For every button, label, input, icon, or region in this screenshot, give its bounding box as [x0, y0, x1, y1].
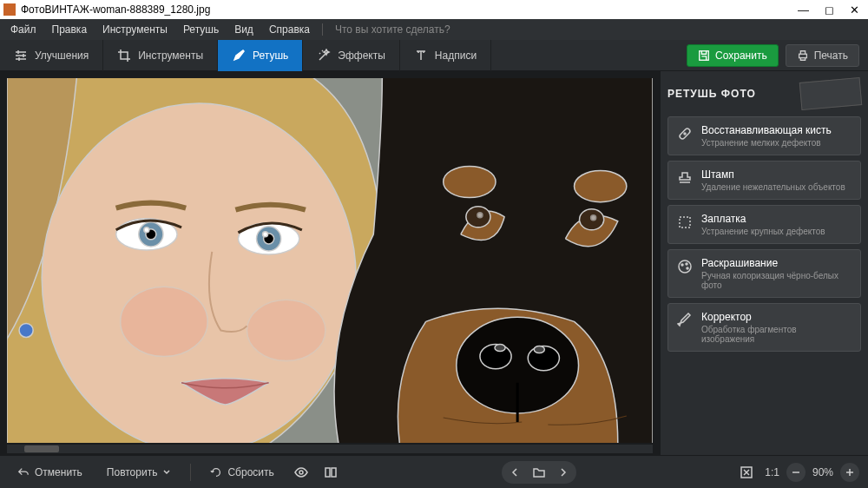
image-canvas[interactable]	[7, 78, 653, 443]
tab-text-label: Надписи	[435, 49, 477, 62]
svg-rect-0	[700, 50, 709, 60]
menu-edit[interactable]: Правка	[45, 21, 95, 38]
bandage-icon	[677, 126, 693, 142]
main-area: РЕТУШЬ ФОТО Восстанавливающая кистьУстра…	[0, 71, 868, 455]
tab-effects-label: Эффекты	[338, 49, 385, 62]
tool-desc: Устранение мелких дефектов	[701, 138, 832, 148]
eye-icon	[294, 465, 308, 479]
menu-retouch[interactable]: Ретушь	[176, 21, 226, 38]
save-button[interactable]: Сохранить	[687, 44, 779, 67]
tool-corrector[interactable]: КорректорОбработка фрагментов изображени…	[667, 303, 861, 352]
text-icon	[414, 49, 428, 63]
tool-colorize[interactable]: РаскрашиваниеРучная колоризация чёрно-бе…	[667, 249, 861, 298]
tool-patch[interactable]: ЗаплаткаУстранение крупных дефектов	[667, 205, 861, 244]
menu-search[interactable]: Что вы хотите сделать?	[328, 21, 457, 38]
svg-point-5	[247, 300, 325, 360]
tab-effects[interactable]: Эффекты	[303, 40, 400, 71]
zoom-in-button[interactable]	[840, 463, 859, 482]
compare-icon	[324, 465, 338, 479]
undo-label: Отменить	[35, 466, 82, 478]
print-button[interactable]: Печать	[786, 44, 859, 67]
menu-file[interactable]: Файл	[3, 21, 43, 38]
pen-icon	[677, 313, 693, 328]
titlebar: ФотоВИНТАЖ - woman-888389_1280.jpg — ◻ ✕	[0, 0, 868, 19]
panel-title: РЕТУШЬ ФОТО	[667, 88, 756, 100]
tab-text[interactable]: Надписи	[400, 40, 491, 71]
chevron-right-icon	[558, 467, 569, 478]
undo-button[interactable]: Отменить	[9, 461, 91, 484]
svg-point-9	[144, 228, 149, 233]
tool-title: Штамп	[701, 168, 845, 181]
tool-healing-brush[interactable]: Восстанавливающая кистьУстранение мелких…	[667, 116, 861, 155]
svg-rect-1	[799, 54, 806, 57]
open-folder-button[interactable]	[528, 463, 550, 482]
tab-enhance[interactable]: Улучшения	[0, 40, 103, 71]
tool-title: Корректор	[701, 311, 852, 323]
tool-title: Восстанавливающая кисть	[701, 124, 832, 136]
tool-desc: Устранение крупных дефектов	[701, 227, 825, 236]
separator	[190, 464, 191, 481]
svg-point-4	[121, 287, 208, 356]
svg-point-30	[681, 264, 683, 266]
tab-tools[interactable]: Инструменты	[103, 40, 218, 71]
tab-retouch-label: Ретушь	[253, 49, 288, 62]
prev-image-button[interactable]	[503, 463, 526, 482]
menubar: Файл Правка Инструменты Ретушь Вид Справ…	[0, 19, 868, 40]
redo-button[interactable]: Повторить	[98, 461, 181, 484]
close-button[interactable]: ✕	[850, 3, 859, 16]
print-button-label: Печать	[814, 49, 848, 62]
tool-title: Раскрашивание	[701, 257, 852, 269]
svg-point-25	[534, 346, 544, 353]
svg-point-20	[591, 215, 596, 221]
compare-toggle[interactable]	[319, 461, 342, 484]
fit-screen-button[interactable]	[735, 461, 758, 484]
svg-point-27	[684, 133, 686, 135]
redo-label: Повторить	[107, 466, 158, 478]
window-title-app: ФотоВИНТАЖ	[21, 3, 89, 16]
svg-point-13	[263, 232, 268, 237]
menu-tools[interactable]: Инструменты	[95, 21, 174, 38]
palette-icon	[677, 259, 693, 274]
side-panel-header: РЕТУШЬ ФОТО	[667, 78, 861, 109]
preview-toggle[interactable]	[290, 461, 312, 484]
nav-group	[502, 461, 576, 484]
menu-help[interactable]: Справка	[262, 21, 317, 38]
svg-point-18	[477, 213, 483, 218]
svg-point-15	[444, 166, 496, 197]
svg-rect-34	[326, 468, 330, 477]
menu-view[interactable]: Вид	[227, 21, 260, 38]
svg-rect-26	[679, 128, 691, 140]
tool-desc: Удаление нежелательных объектов	[701, 182, 845, 192]
minus-icon	[791, 467, 801, 478]
svg-point-24	[495, 345, 505, 352]
svg-point-29	[679, 260, 691, 273]
canvas-area	[0, 71, 660, 455]
svg-point-14	[19, 323, 33, 337]
svg-point-16	[575, 170, 627, 201]
zoom-percent: 90%	[812, 466, 833, 478]
plus-icon	[845, 467, 855, 478]
next-image-button[interactable]	[552, 463, 575, 482]
crop-icon	[117, 49, 131, 63]
svg-point-32	[687, 267, 688, 269]
side-panel: РЕТУШЬ ФОТО Восстанавливающая кистьУстра…	[660, 71, 868, 455]
undo-icon	[17, 466, 30, 478]
svg-rect-35	[332, 468, 336, 477]
zoom-ratio[interactable]: 1:1	[765, 466, 779, 478]
horizontal-scrollbar[interactable]	[7, 445, 653, 453]
wand-icon	[317, 49, 331, 63]
tool-stamp[interactable]: ШтампУдаление нежелательных объектов	[667, 161, 861, 200]
tab-tools-label: Инструменты	[138, 49, 203, 62]
scrollbar-thumb[interactable]	[24, 445, 59, 452]
maximize-button[interactable]: ◻	[825, 3, 834, 16]
zoom-out-button[interactable]	[786, 463, 806, 482]
patch-icon	[677, 214, 693, 230]
tab-retouch[interactable]: Ретушь	[218, 40, 303, 71]
minimize-button[interactable]: —	[798, 3, 809, 16]
window-title-file: woman-888389_1280.jpg	[93, 3, 210, 16]
tool-desc: Ручная колоризация чёрно-белых фото	[701, 271, 852, 290]
fit-icon	[740, 465, 753, 479]
reset-button[interactable]: Сбросить	[201, 461, 282, 484]
sliders-icon	[14, 49, 28, 63]
bottom-bar: Отменить Повторить Сбросить 1:1 90%	[0, 455, 868, 488]
